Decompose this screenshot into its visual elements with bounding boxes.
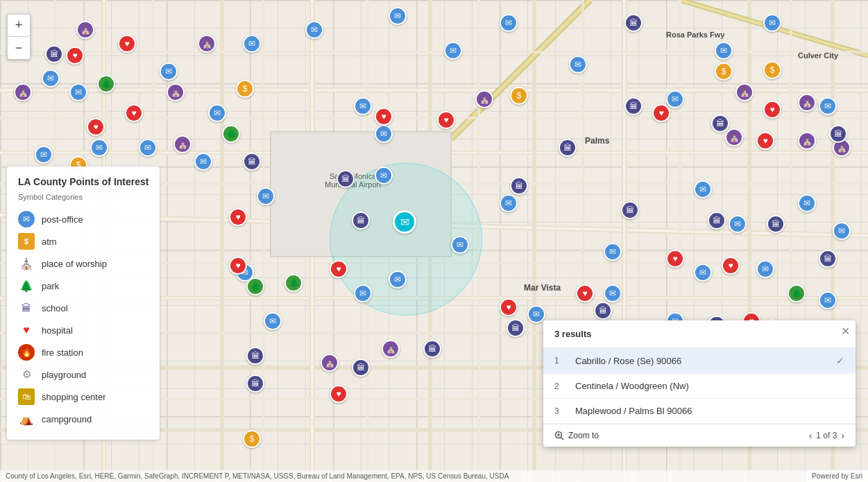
- map-marker[interactable]: 🏛: [819, 250, 837, 268]
- map-marker[interactable]: 🏛: [246, 375, 264, 393]
- map-marker[interactable]: 🏛: [243, 153, 261, 171]
- map-marker[interactable]: ✉: [833, 222, 851, 240]
- map-marker[interactable]: 🌲: [246, 277, 264, 295]
- map-marker[interactable]: $: [236, 80, 254, 98]
- map-marker[interactable]: ⛪: [321, 354, 339, 372]
- map-marker[interactable]: ✉: [604, 243, 622, 261]
- map-marker[interactable]: ✉: [69, 83, 87, 101]
- map-marker[interactable]: $: [510, 87, 528, 105]
- zoom-to-button[interactable]: Zoom to: [554, 431, 599, 440]
- map-marker[interactable]: ♥: [118, 35, 136, 53]
- map-marker[interactable]: ⛪: [735, 83, 754, 101]
- zoom-in-button[interactable]: +: [8, 15, 30, 37]
- map-marker[interactable]: ♥: [652, 104, 670, 122]
- map-marker[interactable]: ✉: [798, 194, 816, 212]
- map-marker[interactable]: ✉: [375, 125, 393, 143]
- map-marker[interactable]: ✉: [194, 153, 212, 171]
- map-marker[interactable]: ♥: [437, 111, 455, 129]
- map-marker[interactable]: 🏛: [767, 215, 785, 233]
- map-marker[interactable]: 🏛: [708, 212, 726, 230]
- map-marker[interactable]: ✉: [569, 55, 587, 74]
- map-marker[interactable]: ✉: [264, 312, 282, 330]
- map-marker[interactable]: ♥: [330, 385, 348, 403]
- map-marker[interactable]: ✉: [694, 180, 712, 198]
- map-marker[interactable]: 🏛: [559, 139, 577, 157]
- map-marker[interactable]: 🏛: [337, 170, 355, 188]
- map-marker[interactable]: ✉: [257, 187, 275, 205]
- map-marker[interactable]: ⛪: [173, 135, 192, 153]
- next-page-button[interactable]: ›: [841, 430, 844, 441]
- map-marker[interactable]: ⛪: [14, 83, 32, 101]
- map-marker[interactable]: ♥: [229, 257, 247, 275]
- map-marker[interactable]: ♥: [229, 208, 247, 226]
- map-marker[interactable]: 🏛: [621, 201, 639, 219]
- map-marker[interactable]: 🏛: [352, 212, 370, 230]
- map-marker[interactable]: 🏛: [423, 340, 441, 358]
- map-marker[interactable]: $: [715, 62, 733, 80]
- map-marker[interactable]: 🏛: [507, 319, 525, 337]
- map-marker[interactable]: 🏛: [510, 177, 528, 195]
- map-marker[interactable]: $: [763, 61, 781, 79]
- map-marker[interactable]: 🏛: [246, 347, 264, 365]
- result-row-3[interactable]: 3 Maplewood / Palms Bl 90066: [543, 399, 856, 424]
- map-marker[interactable]: ⛪: [76, 21, 94, 39]
- map-marker[interactable]: ✉: [819, 291, 837, 309]
- map-marker[interactable]: ✉: [666, 90, 684, 108]
- map-marker[interactable]: 🌲: [284, 274, 303, 292]
- map-marker[interactable]: ⛪: [725, 128, 743, 146]
- map-marker[interactable]: 🏛: [711, 114, 729, 132]
- map-marker[interactable]: 🏛: [352, 359, 370, 377]
- map-marker[interactable]: ✉: [208, 104, 226, 122]
- map-marker[interactable]: 🌲: [222, 125, 240, 143]
- selected-marker[interactable]: ✉: [393, 210, 416, 234]
- map-marker[interactable]: ⛪: [198, 35, 216, 53]
- map-marker[interactable]: ✉: [354, 284, 372, 302]
- map-marker[interactable]: ♥: [66, 46, 84, 64]
- map-marker[interactable]: ✉: [354, 97, 372, 115]
- map-marker[interactable]: ✉: [305, 21, 323, 39]
- map-marker[interactable]: ♥: [722, 257, 740, 275]
- map-marker[interactable]: ✉: [729, 215, 747, 233]
- map-marker[interactable]: ⛪: [475, 90, 493, 108]
- map-marker[interactable]: ✉: [694, 264, 712, 282]
- map-marker[interactable]: ⛪: [167, 83, 185, 101]
- map-marker[interactable]: 🏛: [624, 97, 643, 115]
- map-marker[interactable]: ♥: [125, 104, 143, 122]
- map-marker[interactable]: ✉: [500, 194, 518, 212]
- map-marker[interactable]: ♥: [375, 107, 393, 126]
- map-marker[interactable]: 🏛: [45, 45, 63, 63]
- result-row-1[interactable]: 1 Cabrillo / Rose (Se) 90066 ✓: [543, 348, 856, 374]
- map-marker[interactable]: ✉: [756, 260, 774, 278]
- map-marker[interactable]: ✉: [139, 139, 157, 157]
- map-marker[interactable]: ✉: [763, 14, 781, 32]
- map-marker[interactable]: ✉: [389, 7, 407, 25]
- map-marker[interactable]: 🌲: [788, 284, 806, 302]
- map-marker[interactable]: ♥: [87, 118, 105, 136]
- map-marker[interactable]: ✉: [375, 166, 393, 184]
- map-marker[interactable]: 🏛: [594, 302, 612, 320]
- map-marker[interactable]: ⛪: [798, 132, 816, 150]
- zoom-out-button[interactable]: −: [8, 37, 30, 59]
- map-marker[interactable]: ♥: [330, 260, 348, 278]
- map-marker[interactable]: 🏛: [624, 14, 643, 32]
- map-marker[interactable]: ✉: [444, 42, 462, 60]
- map-marker[interactable]: ✉: [35, 146, 53, 164]
- map-marker[interactable]: ⛪: [798, 94, 816, 112]
- map-marker[interactable]: ♥: [756, 132, 774, 150]
- map-marker[interactable]: $: [243, 430, 261, 448]
- map-marker[interactable]: ♥: [576, 284, 594, 302]
- map-marker[interactable]: ✉: [500, 14, 518, 32]
- map-marker[interactable]: ✉: [451, 236, 469, 254]
- map-marker[interactable]: ✉: [819, 97, 837, 115]
- map-marker[interactable]: ✉: [90, 139, 108, 157]
- map-marker[interactable]: ✉: [715, 42, 733, 60]
- map-marker[interactable]: 🏛: [829, 125, 847, 143]
- map-marker[interactable]: ♥: [763, 101, 781, 119]
- popup-close-button[interactable]: ✕: [841, 326, 850, 337]
- result-row-2[interactable]: 2 Centinela / Woodgreen (Nw): [543, 374, 856, 399]
- map-marker[interactable]: ✉: [243, 35, 261, 53]
- map-marker[interactable]: ♥: [500, 298, 518, 316]
- map-marker[interactable]: ✉: [160, 62, 178, 80]
- map-marker[interactable]: 🌲: [97, 75, 115, 93]
- map-marker[interactable]: ✉: [604, 284, 622, 302]
